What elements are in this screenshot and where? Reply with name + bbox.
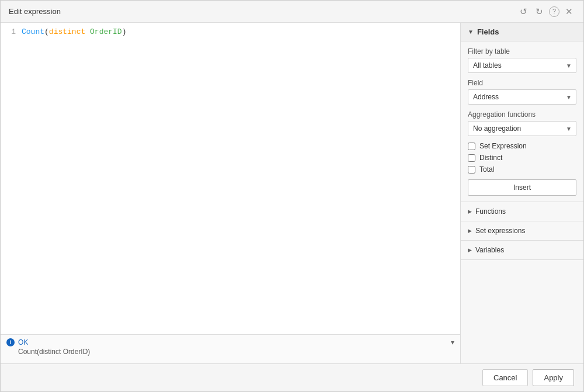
checkboxes: Set Expression Distinct Total: [468, 142, 576, 174]
set-expressions-arrow-icon: ▶: [468, 228, 472, 234]
editor-status-bar: i OK ▾ Count(distinct OrderID): [1, 334, 460, 363]
variables-header[interactable]: ▶ Variables: [461, 241, 583, 259]
line-number: 1: [6, 27, 16, 36]
insert-button[interactable]: Insert: [468, 179, 576, 196]
functions-header[interactable]: ▶ Functions: [461, 202, 583, 221]
fields-arrow-icon: ▼: [468, 29, 474, 35]
editor-line-1: 1 Count(distinct OrderID): [6, 27, 454, 36]
dialog-body: 1 Count(distinct OrderID) i OK ▾ Count(d…: [1, 23, 583, 363]
filter-by-table-label: Filter by table: [468, 47, 576, 55]
editor-area[interactable]: 1 Count(distinct OrderID): [1, 23, 460, 334]
distinct-checkbox[interactable]: [468, 154, 475, 162]
aggregation-label: Aggregation functions: [468, 110, 576, 119]
fields-section-label: Fields: [477, 27, 499, 36]
set-expressions-header[interactable]: ▶ Set expressions: [461, 221, 583, 240]
total-label[interactable]: Total: [479, 165, 494, 174]
set-expression-row: Set Expression: [468, 142, 576, 150]
help-button[interactable]: ?: [549, 6, 559, 17]
dialog-title: Edit expression: [9, 7, 61, 16]
aggregation-select[interactable]: No aggregation: [468, 121, 576, 136]
cancel-button[interactable]: Cancel: [482, 369, 528, 386]
field-select-wrapper: Address ▼: [468, 89, 576, 105]
filter-by-table-select-wrapper: All tables ▼: [468, 58, 576, 73]
aggregation-group: Aggregation functions No aggregation ▼: [468, 110, 576, 136]
redo-button[interactable]: ↻: [533, 6, 545, 17]
functions-arrow-icon: ▶: [468, 209, 472, 214]
field-group: Field Address ▼: [468, 79, 576, 105]
filter-by-table-select[interactable]: All tables: [468, 58, 576, 73]
code-paren-close: ): [122, 27, 127, 36]
line-content: Count(distinct OrderID): [22, 27, 126, 36]
variables-label: Variables: [475, 246, 504, 254]
edit-expression-dialog: Edit expression ↺ ↻ ? ✕ 1 Count(distinct…: [0, 0, 584, 392]
field-label: Field: [468, 79, 576, 87]
code-space: [85, 27, 90, 36]
set-expressions-section: ▶ Set expressions: [461, 221, 583, 241]
status-ok: i OK: [6, 338, 28, 346]
code-func: Count: [22, 27, 44, 36]
set-expression-label[interactable]: Set Expression: [479, 142, 527, 150]
dialog-title-bar: Edit expression ↺ ↻ ? ✕: [1, 1, 583, 23]
code-field: OrderID: [90, 27, 122, 36]
title-bar-left: Edit expression: [9, 7, 61, 16]
close-button[interactable]: ✕: [563, 6, 575, 17]
code-keyword: distinct: [49, 27, 85, 36]
fields-section: Filter by table All tables ▼ Field Addre…: [461, 41, 583, 202]
distinct-label[interactable]: Distinct: [479, 154, 502, 162]
status-ok-icon: i: [6, 338, 15, 346]
right-panel: ▼ Fields Filter by table All tables ▼ Fi…: [461, 23, 583, 363]
field-select[interactable]: Address: [468, 89, 576, 105]
variables-section: ▶ Variables: [461, 241, 583, 260]
functions-label: Functions: [475, 207, 506, 216]
dialog-footer: Cancel Apply: [1, 363, 583, 391]
set-expressions-label: Set expressions: [475, 227, 525, 235]
status-top: i OK ▾: [6, 338, 454, 346]
status-expression: Count(distinct OrderID): [6, 348, 454, 356]
distinct-row: Distinct: [468, 154, 576, 162]
total-checkbox[interactable]: [468, 166, 475, 174]
total-row: Total: [468, 165, 576, 174]
title-actions: ↺ ↻ ? ✕: [517, 6, 575, 17]
fields-section-header[interactable]: ▼ Fields: [461, 23, 583, 41]
status-chevron-button[interactable]: ▾: [451, 338, 454, 346]
functions-section: ▶ Functions: [461, 202, 583, 221]
undo-button[interactable]: ↺: [517, 6, 530, 17]
code-paren: (: [44, 27, 49, 36]
filter-by-table-group: Filter by table All tables ▼: [468, 47, 576, 73]
ok-label: OK: [18, 338, 28, 346]
variables-arrow-icon: ▶: [468, 247, 472, 253]
set-expression-checkbox[interactable]: [468, 143, 475, 150]
apply-button[interactable]: Apply: [533, 369, 574, 386]
aggregation-select-wrapper: No aggregation ▼: [468, 121, 576, 136]
editor-pane: 1 Count(distinct OrderID) i OK ▾ Count(d…: [1, 23, 461, 363]
